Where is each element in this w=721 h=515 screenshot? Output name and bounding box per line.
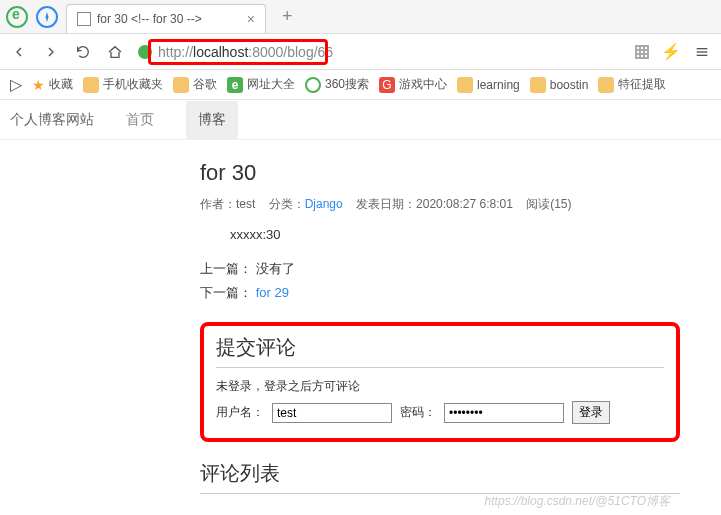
login-button[interactable]: 登录 (572, 401, 610, 424)
prev-post: 上一篇： 没有了 (200, 260, 680, 278)
bookmark-item[interactable]: 手机收藏夹 (83, 76, 163, 93)
browser-tab[interactable]: for 30 <!-- for 30 --> × (66, 4, 266, 33)
star-icon: ★ (32, 77, 45, 93)
post-meta: 作者：test 分类：Django 发表日期：2020:08:27 6:8:01… (200, 196, 680, 213)
folder-icon (598, 77, 614, 93)
page-icon (77, 12, 91, 26)
site-icon: e (227, 77, 243, 93)
bookmark-item[interactable]: e网址大全 (227, 76, 295, 93)
back-button[interactable] (10, 43, 28, 61)
new-tab-button[interactable]: + (274, 6, 301, 27)
comment-list-title: 评论列表 (200, 460, 680, 494)
bookmark-item[interactable]: 谷歌 (173, 76, 217, 93)
comment-form-highlight: 提交评论 未登录，登录之后方可评论 用户名： 密码： 登录 (200, 322, 680, 442)
menu-icon[interactable] (693, 43, 711, 61)
bookmark-item[interactable]: learning (457, 77, 520, 93)
username-input[interactable] (272, 403, 392, 423)
address-bar[interactable]: http://localhost:8000/blog/66 (138, 44, 621, 60)
home-button[interactable] (106, 43, 124, 61)
comment-title: 提交评论 (216, 334, 664, 368)
favorites-button[interactable]: ★收藏 (32, 76, 73, 93)
site-brand[interactable]: 个人博客网站 (10, 111, 94, 129)
url-text: http://localhost:8000/blog/66 (158, 44, 333, 60)
folder-icon (83, 77, 99, 93)
browser-logo-icon (6, 6, 28, 28)
nav-blog[interactable]: 博客 (186, 101, 238, 139)
site-icon: G (379, 77, 395, 93)
post-title: for 30 (200, 160, 680, 186)
login-hint: 未登录，登录之后方可评论 (216, 378, 664, 395)
forward-button[interactable] (42, 43, 60, 61)
site-icon (305, 77, 321, 93)
bookmark-bar: ▷ ★收藏 手机收藏夹 谷歌 e网址大全 360搜索 G游戏中心 learnin… (0, 70, 721, 100)
qr-icon[interactable] (635, 45, 649, 59)
site-info-icon[interactable] (138, 45, 152, 59)
next-post-link[interactable]: for 29 (256, 285, 289, 300)
nav-home[interactable]: 首页 (114, 101, 166, 139)
username-label: 用户名： (216, 404, 264, 421)
bookmark-item[interactable]: G游戏中心 (379, 76, 447, 93)
bookmark-item[interactable]: 360搜索 (305, 76, 369, 93)
compass-icon[interactable] (36, 6, 58, 28)
bookmark-item[interactable]: boostin (530, 77, 589, 93)
watermark: https://blog.csdn.net/@51CTO博客 (485, 493, 670, 510)
close-icon[interactable]: × (247, 11, 255, 27)
site-nav: 个人博客网站 首页 博客 (0, 100, 721, 140)
bookmark-item[interactable]: 特征提取 (598, 76, 666, 93)
folder-icon (173, 77, 189, 93)
tab-title: for 30 <!-- for 30 --> (97, 12, 241, 26)
next-post: 下一篇： for 29 (200, 284, 680, 302)
folder-icon (530, 77, 546, 93)
password-label: 密码： (400, 404, 436, 421)
post-body: xxxxx:30 (230, 227, 680, 242)
category-link[interactable]: Django (305, 197, 343, 211)
password-input[interactable] (444, 403, 564, 423)
expand-icon[interactable]: ▷ (10, 75, 22, 94)
folder-icon (457, 77, 473, 93)
reload-button[interactable] (74, 43, 92, 61)
bolt-icon[interactable]: ⚡ (661, 42, 681, 61)
